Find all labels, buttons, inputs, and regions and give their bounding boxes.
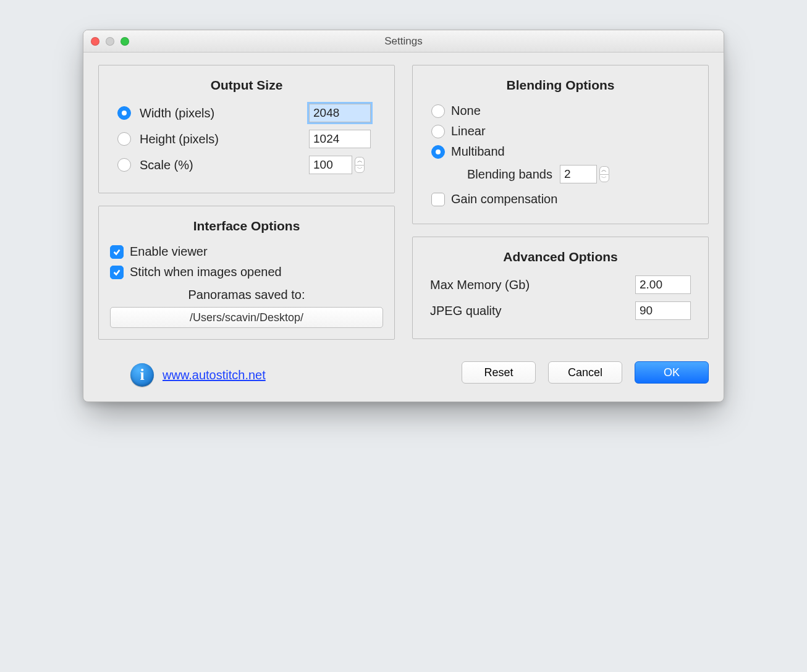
blending-options-group: Blending Options None Linear Multiband B… (412, 65, 709, 224)
height-label: Height (pixels) (140, 132, 304, 146)
advanced-options-group: Advanced Options Max Memory (Gb) JPEG qu… (412, 237, 709, 339)
info-icon: i (130, 363, 154, 387)
enable-viewer-checkbox[interactable] (110, 245, 124, 259)
window-title: Settings (83, 35, 724, 48)
blending-none-row: None (431, 104, 697, 118)
width-radio[interactable] (117, 106, 131, 120)
titlebar: Settings (83, 30, 724, 52)
enable-viewer-row: Enable viewer (110, 245, 383, 259)
height-row: Height (pixels) (110, 130, 383, 148)
saved-path-button[interactable]: /Users/scavin/Desktop/ (110, 307, 383, 328)
link-row: i www.autostitch.net (130, 363, 395, 387)
scale-radio[interactable] (117, 158, 131, 172)
blending-linear-radio[interactable] (431, 125, 445, 138)
scale-input[interactable] (309, 156, 352, 174)
blending-bands-spinner: ︿ ﹀ (560, 165, 609, 183)
gain-label: Gain compensation (451, 192, 557, 206)
reset-button[interactable]: Reset (462, 361, 536, 384)
scale-row: Scale (%) ︿ ﹀ (110, 156, 383, 174)
interface-options-group: Interface Options Enable viewer Stitch w… (98, 206, 395, 340)
max-memory-input[interactable] (635, 275, 691, 294)
jpeg-quality-input[interactable] (635, 301, 691, 320)
blending-multiband-row: Multiband (431, 145, 697, 159)
output-size-title: Output Size (110, 78, 383, 93)
blending-bands-input[interactable] (560, 165, 597, 183)
blending-linear-label: Linear (451, 124, 486, 138)
blending-bands-row: Blending bands ︿ ﹀ (467, 165, 697, 183)
buttons-row: Reset Cancel OK (412, 361, 709, 384)
enable-viewer-label: Enable viewer (130, 245, 208, 259)
website-link[interactable]: www.autostitch.net (163, 368, 266, 382)
scale-step-up[interactable]: ︿ (355, 157, 365, 165)
gain-checkbox[interactable] (431, 193, 445, 206)
max-memory-row: Max Memory (Gb) (430, 275, 691, 294)
blending-none-label: None (451, 104, 481, 118)
blending-none-radio[interactable] (431, 104, 445, 118)
scale-label: Scale (%) (140, 158, 304, 172)
content: Output Size Width (pixels) Height (pixel… (83, 52, 724, 401)
scale-spinner: ︿ ﹀ (309, 156, 383, 174)
advanced-options-title: Advanced Options (424, 250, 697, 264)
height-input[interactable] (309, 130, 371, 148)
blending-linear-row: Linear (431, 124, 697, 138)
width-input[interactable] (309, 104, 371, 122)
height-radio[interactable] (117, 132, 131, 146)
width-label: Width (pixels) (140, 106, 304, 120)
width-row: Width (pixels) (110, 104, 383, 122)
jpeg-quality-label: JPEG quality (430, 304, 502, 318)
stitch-label: Stitch when images opened (130, 265, 282, 279)
stitch-checkbox[interactable] (110, 266, 124, 279)
left-column: Output Size Width (pixels) Height (pixel… (98, 65, 395, 387)
bands-step-up[interactable]: ︿ (599, 166, 609, 174)
settings-window: Settings Output Size Width (pixels) Heig… (83, 30, 724, 402)
blending-bands-label: Blending bands (467, 167, 552, 182)
output-size-group: Output Size Width (pixels) Height (pixel… (98, 65, 395, 193)
bands-step-down[interactable]: ﹀ (599, 174, 609, 182)
blending-options-title: Blending Options (424, 78, 697, 93)
interface-options-title: Interface Options (110, 219, 383, 233)
gain-row: Gain compensation (431, 192, 697, 206)
right-column: Blending Options None Linear Multiband B… (412, 65, 709, 387)
ok-button[interactable]: OK (635, 361, 709, 384)
max-memory-label: Max Memory (Gb) (430, 278, 530, 292)
saved-to-label: Panoramas saved to: (110, 288, 383, 302)
cancel-button[interactable]: Cancel (548, 361, 622, 384)
blending-multiband-radio[interactable] (431, 145, 445, 159)
scale-step-down[interactable]: ﹀ (355, 165, 365, 173)
jpeg-quality-row: JPEG quality (430, 301, 691, 320)
stitch-row: Stitch when images opened (110, 265, 383, 279)
blending-multiband-label: Multiband (451, 145, 505, 159)
